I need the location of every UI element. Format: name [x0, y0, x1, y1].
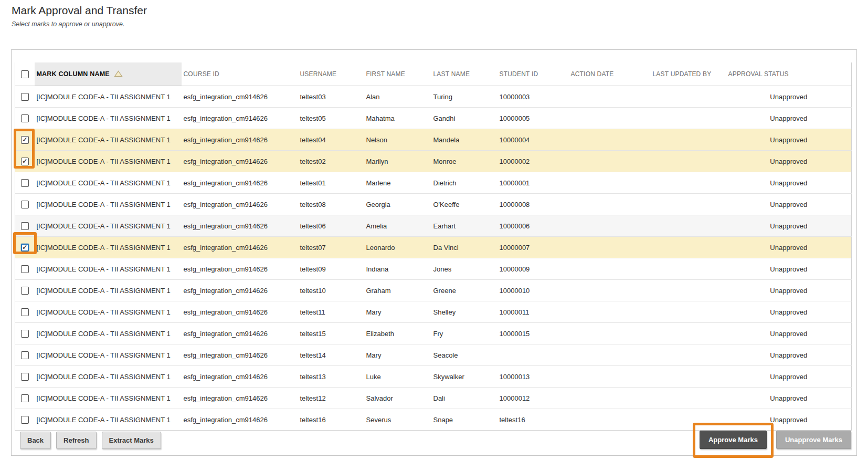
row-checkbox[interactable] [21, 308, 29, 316]
column-header-first-name[interactable]: FIRST NAME [364, 62, 431, 86]
row-checkbox[interactable] [21, 93, 29, 101]
cell-approval-status: Unapproved [726, 172, 852, 194]
cell-student-id: 10000004 [497, 129, 569, 151]
row-checkbox[interactable] [21, 201, 29, 208]
cell-course-id: esfg_integration_cm914626 [182, 258, 298, 280]
cell-last-name: Snape [431, 409, 497, 431]
row-checkbox[interactable] [21, 287, 29, 295]
row-select-cell [15, 258, 35, 280]
row-checkbox[interactable] [21, 114, 29, 122]
cell-action-date [569, 409, 651, 431]
cell-last-name: Jones [431, 258, 497, 280]
unapprove-marks-button[interactable]: Unapprove Marks [776, 431, 851, 449]
table-row: [IC]MODULE CODE-A - TII ASSIGNMENT 1esfg… [15, 215, 852, 237]
cell-mark-column-name: [IC]MODULE CODE-A - TII ASSIGNMENT 1 [35, 172, 182, 194]
cell-approval-status: Unapproved [726, 108, 852, 129]
cell-mark-column-name: [IC]MODULE CODE-A - TII ASSIGNMENT 1 [35, 258, 182, 280]
cell-last-name: Fry [431, 323, 497, 344]
column-header-action-date[interactable]: ACTION DATE [569, 62, 651, 86]
row-checkbox-checked[interactable]: ✓ [21, 136, 29, 144]
approve-marks-button[interactable]: Approve Marks [700, 431, 767, 449]
extract-marks-button[interactable]: Extract Marks [102, 432, 161, 449]
cell-last-name: Dietrich [431, 172, 497, 194]
cell-mark-column-name: [IC]MODULE CODE-A - TII ASSIGNMENT 1 [35, 323, 182, 344]
row-checkbox-checked[interactable]: ✓ [21, 158, 29, 165]
cell-approval-status: Unapproved [726, 151, 852, 172]
cell-student-id: 10000007 [497, 237, 569, 258]
row-select-cell [15, 86, 35, 108]
marks-table: MARK COLUMN NAME COURSE ID USERNAME FIRS… [15, 62, 852, 431]
cell-action-date [569, 172, 651, 194]
cell-course-id: esfg_integration_cm914626 [182, 194, 298, 215]
row-checkbox[interactable] [21, 351, 29, 359]
table-header-row: MARK COLUMN NAME COURSE ID USERNAME FIRS… [15, 62, 852, 86]
table-row: [IC]MODULE CODE-A - TII ASSIGNMENT 1esfg… [15, 409, 852, 431]
column-header-approval-status[interactable]: APPROVAL STATUS [726, 62, 852, 86]
cell-last-name: Seacole [431, 344, 497, 366]
cell-approval-status: Unapproved [726, 194, 852, 215]
cell-action-date [569, 258, 651, 280]
row-checkbox[interactable] [21, 394, 29, 402]
cell-first-name: Salvador [364, 388, 431, 409]
row-select-cell [15, 301, 35, 323]
cell-last-name: Dali [431, 388, 497, 409]
row-checkbox[interactable] [21, 265, 29, 273]
cell-action-date [569, 86, 651, 108]
cell-approval-status: Unapproved [726, 409, 852, 431]
cell-course-id: esfg_integration_cm914626 [182, 215, 298, 237]
cell-student-id: 10000010 [497, 280, 569, 301]
column-header-course-id[interactable]: COURSE ID [182, 62, 298, 86]
cell-course-id: esfg_integration_cm914626 [182, 237, 298, 258]
row-checkbox[interactable] [21, 373, 29, 381]
cell-first-name: Leonardo [364, 237, 431, 258]
cell-action-date [569, 366, 651, 388]
column-header-student-id[interactable]: STUDENT ID [497, 62, 569, 86]
refresh-button[interactable]: Refresh [56, 432, 96, 449]
cell-student-id: 10000011 [497, 301, 569, 323]
sort-ascending-icon [114, 70, 123, 77]
cell-student-id: 10000009 [497, 258, 569, 280]
back-button[interactable]: Back [20, 432, 51, 449]
cell-last-updated-by [651, 172, 726, 194]
column-header-username[interactable]: USERNAME [298, 62, 364, 86]
table-row: [IC]MODULE CODE-A - TII ASSIGNMENT 1esfg… [15, 194, 852, 215]
cell-action-date [569, 215, 651, 237]
cell-username: teltest12 [298, 388, 364, 409]
cell-username: teltest16 [298, 409, 364, 431]
footer-right-buttons: Approve Marks Unapprove Marks [700, 431, 851, 449]
row-checkbox-checked[interactable]: ✓ [21, 244, 29, 252]
cell-action-date [569, 194, 651, 215]
table-row: [IC]MODULE CODE-A - TII ASSIGNMENT 1esfg… [15, 172, 852, 194]
cell-last-updated-by [651, 258, 726, 280]
row-select-cell: ✓ [15, 151, 35, 172]
cell-course-id: esfg_integration_cm914626 [182, 151, 298, 172]
row-select-cell [15, 194, 35, 215]
marks-table-body: [IC]MODULE CODE-A - TII ASSIGNMENT 1esfg… [15, 86, 852, 431]
cell-last-updated-by [651, 129, 726, 151]
cell-first-name: Amelia [364, 215, 431, 237]
column-header-last-name[interactable]: LAST NAME [431, 62, 497, 86]
cell-action-date [569, 129, 651, 151]
cell-last-name: Earhart [431, 215, 497, 237]
cell-mark-column-name: [IC]MODULE CODE-A - TII ASSIGNMENT 1 [35, 301, 182, 323]
cell-approval-status: Unapproved [726, 86, 852, 108]
cell-first-name: Luke [364, 366, 431, 388]
cell-first-name: Nelson [364, 129, 431, 151]
row-checkbox[interactable] [21, 179, 29, 187]
select-all-checkbox[interactable] [21, 70, 29, 78]
table-row: ✓[IC]MODULE CODE-A - TII ASSIGNMENT 1esf… [15, 237, 852, 258]
cell-last-updated-by [651, 86, 726, 108]
row-checkbox[interactable] [21, 330, 29, 338]
row-select-cell [15, 344, 35, 366]
cell-first-name: Mary [364, 301, 431, 323]
column-header-last-updated-by[interactable]: LAST UPDATED BY [651, 62, 726, 86]
cell-student-id: 10000013 [497, 366, 569, 388]
cell-last-updated-by [651, 280, 726, 301]
column-header-mark-column-name[interactable]: MARK COLUMN NAME [35, 62, 182, 86]
row-checkbox[interactable] [21, 222, 29, 230]
cell-last-name: Skywalker [431, 366, 497, 388]
cell-action-date [569, 323, 651, 344]
row-checkbox[interactable] [21, 416, 29, 424]
cell-last-name: Turing [431, 86, 497, 108]
cell-action-date [569, 344, 651, 366]
